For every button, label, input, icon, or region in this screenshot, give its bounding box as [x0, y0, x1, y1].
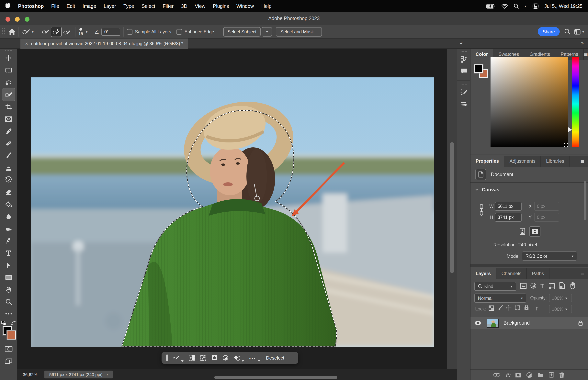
- canvas-section-header[interactable]: Canvas: [475, 187, 499, 192]
- link-dimensions-icon[interactable]: [479, 204, 484, 216]
- tool-preset-picker[interactable]: ▾: [22, 28, 34, 35]
- menu-item-plugins[interactable]: Plugins: [213, 3, 229, 9]
- deselect-button[interactable]: Deselect: [266, 355, 284, 361]
- home-button[interactable]: [9, 28, 15, 35]
- fill-selection-icon[interactable]: [233, 355, 240, 361]
- new-selection-mode-button[interactable]: [40, 27, 51, 36]
- strip-grip[interactable]: [460, 84, 467, 84]
- pen-tool[interactable]: [2, 235, 15, 247]
- zoom-level-field[interactable]: 36,62%: [23, 372, 38, 377]
- paint-bucket-tool[interactable]: [2, 198, 15, 210]
- vertical-scrollbar[interactable]: [447, 49, 457, 369]
- canvas-x-input[interactable]: 0 px: [534, 202, 559, 211]
- canvas-height-input[interactable]: 3741 px: [495, 213, 522, 222]
- panel-menu-icon[interactable]: ≡: [580, 270, 588, 276]
- tab-channels[interactable]: Channels: [496, 268, 527, 279]
- hue-slider[interactable]: [572, 57, 579, 147]
- panel-menu-icon[interactable]: ≡: [584, 51, 588, 57]
- crop-tool[interactable]: [2, 101, 15, 113]
- brush-settings-panel-icon[interactable]: [458, 86, 469, 98]
- portrait-orientation-button[interactable]: [518, 226, 527, 237]
- hand-tool[interactable]: [2, 283, 15, 296]
- filter-type-layers-icon[interactable]: T: [540, 283, 544, 289]
- add-adjustment-layer-icon[interactable]: [526, 372, 532, 378]
- share-button[interactable]: Share: [538, 27, 560, 36]
- healing-brush-tool[interactable]: [2, 137, 15, 149]
- canvas-area[interactable]: ••• Deselect: [17, 49, 457, 369]
- lock-pixels-icon[interactable]: [497, 305, 503, 311]
- canvas-y-input[interactable]: 0 px: [534, 213, 559, 222]
- menu-item-file[interactable]: File: [51, 3, 59, 9]
- canvas-width-input[interactable]: 5611 px: [495, 202, 522, 211]
- color-mode-dropdown[interactable]: RGB Color ▾: [522, 251, 577, 261]
- select-subject-dropdown-button[interactable]: ▾: [262, 27, 272, 36]
- strip-grip[interactable]: [460, 51, 467, 52]
- add-to-selection-mode-button[interactable]: [51, 26, 61, 37]
- menu-item-3d[interactable]: 3D: [181, 3, 187, 9]
- create-mask-icon[interactable]: [211, 355, 217, 361]
- menu-item-window[interactable]: Window: [236, 3, 254, 9]
- type-tool[interactable]: [2, 247, 15, 259]
- lock-artboard-icon[interactable]: [514, 305, 521, 311]
- lock-position-icon[interactable]: [506, 305, 512, 311]
- filter-shape-layers-icon[interactable]: [549, 283, 555, 289]
- enhance-edge-checkbox[interactable]: Enhance Edge: [177, 29, 214, 34]
- rectangular-marquee-tool[interactable]: [2, 64, 15, 76]
- vertical-scrollbar-thumb[interactable]: [450, 142, 454, 273]
- apple-menu-icon[interactable]: [5, 3, 11, 9]
- menu-item-select[interactable]: Select: [141, 3, 155, 9]
- lock-all-icon[interactable]: [524, 304, 529, 310]
- screen-mode-button[interactable]: [2, 355, 15, 367]
- menu-item-layer[interactable]: Layer: [104, 3, 116, 9]
- canvas-image[interactable]: [31, 77, 434, 347]
- expand-panels-icon[interactable]: »: [581, 40, 584, 46]
- panel-menu-icon[interactable]: ≡: [580, 158, 588, 164]
- eyedropper-tool[interactable]: [2, 125, 15, 137]
- comments-panel-icon[interactable]: [458, 65, 469, 77]
- swap-colors-icon[interactable]: [11, 321, 16, 325]
- layer-styles-fx-icon[interactable]: fx: [505, 372, 510, 378]
- move-tool[interactable]: [2, 52, 15, 64]
- brush-angle-input[interactable]: 0°: [102, 28, 120, 36]
- layer-visibility-eye-icon[interactable]: [474, 321, 481, 325]
- new-layer-icon[interactable]: [549, 372, 554, 378]
- battery-icon[interactable]: [486, 4, 495, 8]
- sample-all-layers-checkbox[interactable]: Sample All Layers: [127, 29, 171, 34]
- create-adjustment-icon[interactable]: [223, 355, 228, 361]
- menu-item-help[interactable]: Help: [261, 3, 271, 9]
- path-selection-tool[interactable]: [2, 259, 15, 271]
- layer-row-background[interactable]: Background: [471, 317, 588, 329]
- layer-filter-kind-dropdown[interactable]: Kind ▾: [474, 282, 516, 291]
- layer-name[interactable]: Background: [504, 320, 530, 326]
- selection-brush-tool[interactable]: [2, 88, 15, 101]
- filter-smart-objects-icon[interactable]: [559, 282, 565, 289]
- rectangle-tool[interactable]: [2, 271, 15, 283]
- layer-filtering-toggle[interactable]: [570, 282, 575, 289]
- menu-item-type[interactable]: Type: [123, 3, 134, 9]
- panel-scrollbar-thumb[interactable]: [584, 181, 587, 220]
- landscape-orientation-button[interactable]: [530, 226, 540, 237]
- eraser-tool[interactable]: [2, 186, 15, 198]
- smudge-tool[interactable]: [2, 222, 15, 235]
- close-tab-icon[interactable]: ×: [25, 41, 28, 46]
- quick-mask-mode-button[interactable]: [2, 343, 15, 355]
- tab-paths[interactable]: Paths: [527, 268, 550, 279]
- color-picker-indicator[interactable]: [564, 143, 568, 147]
- brushes-panel-icon[interactable]: [458, 98, 469, 110]
- options-bar-grip[interactable]: [2, 28, 5, 35]
- workspace-panel-icon[interactable]: [574, 29, 581, 34]
- clone-stamp-tool[interactable]: [2, 162, 15, 174]
- input-source-icon[interactable]: ‹: [525, 3, 527, 9]
- menu-item-image[interactable]: Image: [83, 3, 96, 9]
- document-tab[interactable]: × outdoor-portrait-of-woman-2022-01-19-0…: [20, 38, 188, 49]
- document-size-status[interactable]: 5611 px x 3741 px (240 ppi) ›: [45, 371, 113, 379]
- toolbar-grip[interactable]: [5, 50, 12, 51]
- control-center-icon[interactable]: [532, 3, 538, 9]
- tab-color[interactable]: Color: [471, 49, 493, 60]
- history-panel-icon[interactable]: [458, 54, 469, 65]
- history-brush-tool[interactable]: [2, 174, 15, 186]
- chevron-down-icon[interactable]: ▾: [582, 30, 584, 34]
- select-subject-button[interactable]: Select Subject: [223, 27, 261, 36]
- collapse-panel-strip-icon[interactable]: «: [460, 40, 462, 46]
- default-colors-icon[interactable]: [1, 321, 6, 325]
